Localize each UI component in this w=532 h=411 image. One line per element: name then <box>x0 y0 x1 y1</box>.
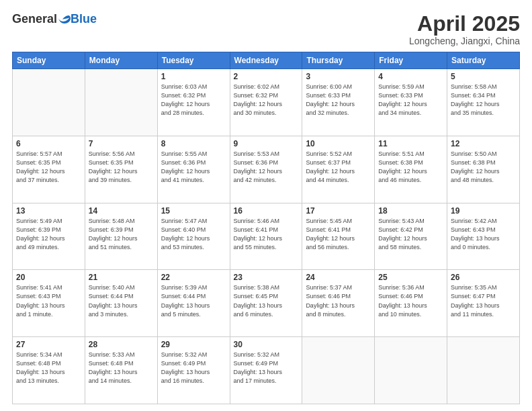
day-number: 17 <box>306 206 371 216</box>
day-number: 3 <box>306 72 371 81</box>
calendar-cell: 3Sunrise: 6:00 AM Sunset: 6:33 PM Daylig… <box>302 69 375 136</box>
calendar-cell: 4Sunrise: 5:59 AM Sunset: 6:33 PM Daylig… <box>375 69 447 136</box>
calendar-cell: 6Sunrise: 5:57 AM Sunset: 6:35 PM Daylig… <box>13 136 85 203</box>
calendar-cell: 12Sunrise: 5:50 AM Sunset: 6:38 PM Dayli… <box>447 136 520 203</box>
calendar-cell: 2Sunrise: 6:02 AM Sunset: 6:32 PM Daylig… <box>230 69 302 136</box>
day-info: Sunrise: 5:50 AM Sunset: 6:38 PM Dayligh… <box>451 150 516 185</box>
day-number: 13 <box>16 206 81 216</box>
week-row-2: 6Sunrise: 5:57 AM Sunset: 6:35 PM Daylig… <box>13 136 520 203</box>
day-info: Sunrise: 5:35 AM Sunset: 6:47 PM Dayligh… <box>451 283 516 318</box>
calendar-cell <box>302 337 375 404</box>
calendar-cell <box>85 69 157 136</box>
logo-bird-icon <box>58 13 71 26</box>
calendar-cell: 10Sunrise: 5:52 AM Sunset: 6:37 PM Dayli… <box>302 136 375 203</box>
calendar-cell: 23Sunrise: 5:38 AM Sunset: 6:45 PM Dayli… <box>230 270 302 337</box>
calendar-cell: 18Sunrise: 5:43 AM Sunset: 6:42 PM Dayli… <box>375 203 447 270</box>
day-info: Sunrise: 5:34 AM Sunset: 6:48 PM Dayligh… <box>16 351 81 385</box>
calendar-cell <box>375 337 447 404</box>
day-info: Sunrise: 5:55 AM Sunset: 6:36 PM Dayligh… <box>161 150 226 185</box>
calendar-cell: 17Sunrise: 5:45 AM Sunset: 6:41 PM Dayli… <box>302 203 375 270</box>
day-info: Sunrise: 5:52 AM Sunset: 6:37 PM Dayligh… <box>306 150 371 185</box>
day-number: 26 <box>451 273 516 282</box>
calendar-cell: 28Sunrise: 5:33 AM Sunset: 6:48 PM Dayli… <box>85 337 157 404</box>
calendar-cell: 5Sunrise: 5:58 AM Sunset: 6:34 PM Daylig… <box>447 69 520 136</box>
day-number: 16 <box>234 206 299 216</box>
day-number: 20 <box>16 273 81 282</box>
page: General Blue April 2025 Longcheng, Jiang… <box>0 0 532 411</box>
day-info: Sunrise: 5:38 AM Sunset: 6:45 PM Dayligh… <box>234 283 299 318</box>
day-info: Sunrise: 5:56 AM Sunset: 6:35 PM Dayligh… <box>89 150 154 185</box>
day-of-week-friday: Friday <box>375 52 447 69</box>
day-number: 21 <box>89 273 154 282</box>
day-info: Sunrise: 6:03 AM Sunset: 6:32 PM Dayligh… <box>161 83 226 118</box>
day-info: Sunrise: 5:36 AM Sunset: 6:46 PM Dayligh… <box>378 283 443 318</box>
day-info: Sunrise: 6:02 AM Sunset: 6:32 PM Dayligh… <box>234 83 299 118</box>
day-number: 4 <box>378 72 443 81</box>
day-number: 27 <box>16 340 81 349</box>
calendar-cell <box>13 69 85 136</box>
day-info: Sunrise: 5:40 AM Sunset: 6:44 PM Dayligh… <box>89 283 154 318</box>
day-number: 11 <box>378 139 443 148</box>
day-info: Sunrise: 5:47 AM Sunset: 6:40 PM Dayligh… <box>161 217 226 252</box>
day-number: 14 <box>89 206 154 216</box>
calendar-cell: 13Sunrise: 5:49 AM Sunset: 6:39 PM Dayli… <box>13 203 85 270</box>
day-number: 28 <box>89 340 154 349</box>
day-info: Sunrise: 5:32 AM Sunset: 6:49 PM Dayligh… <box>161 351 226 385</box>
day-of-week-saturday: Saturday <box>447 52 520 69</box>
day-info: Sunrise: 5:42 AM Sunset: 6:43 PM Dayligh… <box>451 217 516 252</box>
calendar-cell: 15Sunrise: 5:47 AM Sunset: 6:40 PM Dayli… <box>157 203 230 270</box>
logo: General Blue <box>12 12 97 26</box>
calendar-cell: 19Sunrise: 5:42 AM Sunset: 6:43 PM Dayli… <box>447 203 520 270</box>
day-of-week-tuesday: Tuesday <box>157 52 230 69</box>
day-info: Sunrise: 5:37 AM Sunset: 6:46 PM Dayligh… <box>306 283 371 318</box>
calendar-cell: 14Sunrise: 5:48 AM Sunset: 6:39 PM Dayli… <box>85 203 157 270</box>
calendar-cell: 27Sunrise: 5:34 AM Sunset: 6:48 PM Dayli… <box>13 337 85 404</box>
calendar-cell: 21Sunrise: 5:40 AM Sunset: 6:44 PM Dayli… <box>85 270 157 337</box>
day-number: 23 <box>234 273 299 282</box>
calendar-cell: 24Sunrise: 5:37 AM Sunset: 6:46 PM Dayli… <box>302 270 375 337</box>
day-of-week-sunday: Sunday <box>13 52 85 69</box>
logo-general-text: General <box>12 12 57 26</box>
day-number: 22 <box>161 273 226 282</box>
day-of-week-thursday: Thursday <box>302 52 375 69</box>
day-info: Sunrise: 5:41 AM Sunset: 6:43 PM Dayligh… <box>16 283 81 318</box>
week-row-5: 27Sunrise: 5:34 AM Sunset: 6:48 PM Dayli… <box>13 337 520 404</box>
day-number: 29 <box>161 340 226 349</box>
calendar-table: SundayMondayTuesdayWednesdayThursdayFrid… <box>12 52 520 404</box>
week-row-1: 1Sunrise: 6:03 AM Sunset: 6:32 PM Daylig… <box>13 69 520 136</box>
day-number: 10 <box>306 139 371 148</box>
day-number: 30 <box>234 340 299 349</box>
day-info: Sunrise: 5:53 AM Sunset: 6:36 PM Dayligh… <box>234 150 299 185</box>
day-info: Sunrise: 5:39 AM Sunset: 6:44 PM Dayligh… <box>161 283 226 318</box>
day-info: Sunrise: 5:48 AM Sunset: 6:39 PM Dayligh… <box>89 217 154 252</box>
day-header-row: SundayMondayTuesdayWednesdayThursdayFrid… <box>13 52 520 69</box>
day-number: 7 <box>89 139 154 148</box>
calendar-cell: 30Sunrise: 5:32 AM Sunset: 6:49 PM Dayli… <box>230 337 302 404</box>
day-info: Sunrise: 5:33 AM Sunset: 6:48 PM Dayligh… <box>89 351 154 385</box>
day-number: 12 <box>451 139 516 148</box>
header: General Blue April 2025 Longcheng, Jiang… <box>12 12 520 46</box>
calendar-cell: 16Sunrise: 5:46 AM Sunset: 6:41 PM Dayli… <box>230 203 302 270</box>
day-number: 1 <box>161 72 226 81</box>
calendar-cell: 26Sunrise: 5:35 AM Sunset: 6:47 PM Dayli… <box>447 270 520 337</box>
calendar-cell: 11Sunrise: 5:51 AM Sunset: 6:38 PM Dayli… <box>375 136 447 203</box>
day-number: 9 <box>234 139 299 148</box>
location: Longcheng, Jiangxi, China <box>409 36 520 46</box>
day-info: Sunrise: 5:49 AM Sunset: 6:39 PM Dayligh… <box>16 217 81 252</box>
day-number: 18 <box>378 206 443 216</box>
calendar-cell: 29Sunrise: 5:32 AM Sunset: 6:49 PM Dayli… <box>157 337 230 404</box>
title-area: April 2025 Longcheng, Jiangxi, China <box>409 12 520 46</box>
day-info: Sunrise: 5:51 AM Sunset: 6:38 PM Dayligh… <box>378 150 443 185</box>
day-number: 5 <box>451 72 516 81</box>
day-number: 15 <box>161 206 226 216</box>
calendar-cell: 20Sunrise: 5:41 AM Sunset: 6:43 PM Dayli… <box>13 270 85 337</box>
day-info: Sunrise: 5:59 AM Sunset: 6:33 PM Dayligh… <box>378 83 443 118</box>
day-number: 2 <box>234 72 299 81</box>
day-info: Sunrise: 5:46 AM Sunset: 6:41 PM Dayligh… <box>234 217 299 252</box>
week-row-4: 20Sunrise: 5:41 AM Sunset: 6:43 PM Dayli… <box>13 270 520 337</box>
day-info: Sunrise: 5:32 AM Sunset: 6:49 PM Dayligh… <box>234 351 299 385</box>
day-info: Sunrise: 5:57 AM Sunset: 6:35 PM Dayligh… <box>16 150 81 185</box>
day-info: Sunrise: 5:43 AM Sunset: 6:42 PM Dayligh… <box>378 217 443 252</box>
day-of-week-monday: Monday <box>85 52 157 69</box>
day-info: Sunrise: 5:58 AM Sunset: 6:34 PM Dayligh… <box>451 83 516 118</box>
